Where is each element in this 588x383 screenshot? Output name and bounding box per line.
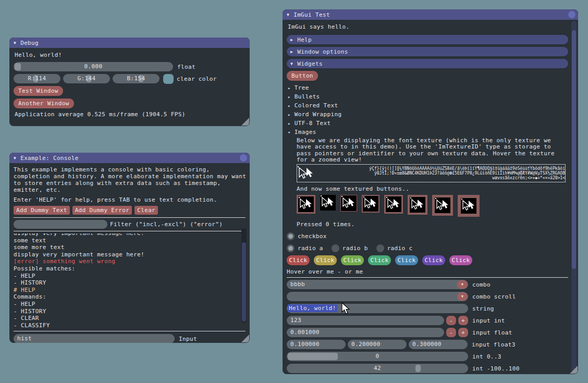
click-button-olive[interactable]: Click	[314, 255, 337, 265]
imgui-titlebar[interactable]: ▼ ImGui Test	[283, 9, 578, 20]
collapse-icon[interactable]: ▼	[287, 13, 289, 17]
textured-button[interactable]	[458, 195, 480, 217]
imgui-test-window: ▼ ImGui Test ImGui says hello. ▶ Help ▶ …	[283, 9, 578, 374]
chevron-down-icon[interactable]: ▼	[457, 292, 468, 301]
input-float3-label: input float3	[472, 341, 516, 348]
input-float3-y[interactable]: 0.200000	[348, 340, 407, 349]
textured-button[interactable]	[320, 195, 336, 211]
another-window-button[interactable]: Another Window	[14, 98, 74, 108]
header-help[interactable]: ▶ Help	[287, 35, 568, 44]
resize-grip[interactable]	[570, 366, 578, 374]
log-line: - CLEAR	[14, 315, 241, 322]
textured-button[interactable]	[297, 195, 315, 214]
tree-node-colored-text[interactable]: ▸ Colored Text	[287, 101, 564, 110]
log-line: Possible matches:	[14, 265, 241, 273]
checkbox[interactable]	[287, 232, 295, 240]
radio-c[interactable]	[376, 244, 384, 252]
radio-a[interactable]	[287, 244, 295, 252]
slider-int-0-3[interactable]: 0	[287, 352, 468, 361]
slider-int-100[interactable]: 42	[287, 364, 468, 373]
tree-node-label: UTF-8 Text	[295, 120, 331, 127]
log-scrollbar[interactable]	[241, 228, 247, 323]
log-line: some more text	[14, 244, 241, 251]
add-dummy-error-button[interactable]: Add Dummy Error	[72, 206, 132, 215]
textured-button[interactable]	[362, 195, 379, 213]
clear-color-swatch[interactable]	[163, 74, 174, 84]
collapse-icon[interactable]: ▼	[14, 156, 16, 160]
decrement-button[interactable]: -	[446, 328, 456, 337]
log-line: display very important message here!	[14, 233, 241, 237]
color-field-b[interactable]: B:154	[113, 74, 160, 83]
input-float3-x[interactable]: 0.100000	[287, 340, 346, 349]
tree-node-tree[interactable]: ▸ Tree	[287, 83, 564, 92]
console-input[interactable]: hist	[14, 334, 175, 343]
separator	[14, 331, 246, 331]
clear-button[interactable]: Clear	[134, 206, 158, 215]
input-float3-z-value: 0.300000	[412, 341, 442, 348]
tree-node-images[interactable]: ▾ Images	[287, 128, 564, 137]
log-scrollbar-grab[interactable]	[242, 242, 246, 322]
resize-grip[interactable]	[241, 118, 249, 126]
textured-button[interactable]	[432, 195, 453, 216]
color-field-g-value: G:144	[63, 75, 110, 82]
radio-b[interactable]	[332, 244, 339, 252]
color-field-g[interactable]: G:144	[63, 74, 110, 83]
button-widget[interactable]: Button	[287, 71, 318, 81]
font-texture-glyphs: ýÇf}{ÿj()[]‖¼ÝBÑòÛöóÂÀÁÀö½¼ÙúŽŠ8éÉ/â\èÞï…	[315, 166, 565, 180]
input-float3-z[interactable]: 0.300000	[409, 340, 468, 349]
click-button-purple[interactable]: Click	[422, 255, 445, 265]
console-input-label: Input	[179, 336, 197, 342]
debug-window-title: Debug	[20, 40, 39, 46]
string-input[interactable]: Hello, world!	[287, 304, 468, 313]
textured-button[interactable]	[408, 195, 427, 215]
header-widgets[interactable]: ▼ Widgets	[287, 59, 568, 68]
chevron-down-icon[interactable]: ▼	[457, 280, 468, 289]
filter-input[interactable]	[14, 220, 107, 229]
color-field-r[interactable]: R:114	[14, 74, 60, 83]
header-help-label: Help	[297, 36, 312, 43]
string-input-value: Hello, world!	[288, 304, 337, 312]
color-field-b-value: B:154	[113, 75, 160, 82]
window-scrollbar-grab[interactable]	[572, 30, 576, 269]
debug-titlebar[interactable]: ▼ Debug	[9, 38, 250, 48]
font-texture-image[interactable]: ýÇf}{ÿj()[]‖¼ÝBÑòÛöóÂÀÁÀö½¼ÙúŽŠ8éÉ/â\èÞï…	[297, 164, 566, 182]
textured-button[interactable]	[340, 195, 357, 212]
increment-button[interactable]: +	[458, 316, 468, 325]
float-slider-label: float	[177, 64, 195, 70]
float-slider[interactable]: 0.000	[14, 62, 173, 71]
textured-button[interactable]	[384, 195, 403, 214]
combo-scroll[interactable]: ▼	[287, 292, 468, 301]
tree-node-label: Colored Text	[295, 102, 338, 109]
slider-int-100-label: int -100..100	[472, 365, 520, 372]
combo[interactable]: bbbb ▼	[287, 280, 468, 289]
log-line: - HELP	[14, 301, 241, 308]
close-button[interactable]	[240, 154, 247, 162]
console-log[interactable]: display very important message here! som…	[14, 233, 241, 329]
click-button-green[interactable]: Click	[341, 255, 364, 265]
fps-stats-text: Application average 0.525 ms/frame (1904…	[15, 111, 246, 118]
input-int[interactable]: 123	[287, 316, 444, 325]
pressed-count-text: Pressed 0 times.	[297, 221, 564, 228]
radio-c-label: radio c	[387, 245, 413, 252]
hello-world-text: Hello, world!	[15, 52, 246, 58]
increment-button[interactable]: +	[458, 328, 468, 337]
input-float-label: input float	[472, 329, 512, 336]
click-button-magenta[interactable]: Click	[449, 255, 472, 265]
resize-grip[interactable]	[241, 335, 249, 342]
header-window-options[interactable]: ▶ Window options	[287, 47, 568, 56]
tree-node-word-wrapping[interactable]: ▸ Word Wrapping	[287, 110, 564, 119]
click-button-red[interactable]: Click	[287, 255, 310, 265]
tree-node-utf8-text[interactable]: ▸ UTF-8 Text	[287, 119, 564, 128]
decrement-button[interactable]: -	[446, 316, 456, 325]
window-scrollbar[interactable]	[571, 21, 577, 372]
click-button-teal[interactable]: Click	[368, 255, 391, 265]
console-titlebar[interactable]: ▼ Example: Console	[9, 153, 250, 163]
close-button[interactable]	[568, 11, 575, 18]
test-window-button[interactable]: Test Window	[14, 86, 63, 96]
tree-node-bullets[interactable]: ▸ Bullets	[287, 92, 564, 101]
separator	[14, 231, 246, 231]
collapse-icon[interactable]: ▼	[14, 41, 16, 45]
add-dummy-text-button[interactable]: Add Dummy Text	[14, 206, 70, 215]
input-float[interactable]: 0.001000	[287, 328, 444, 337]
click-button-blue[interactable]: Click	[395, 255, 418, 265]
